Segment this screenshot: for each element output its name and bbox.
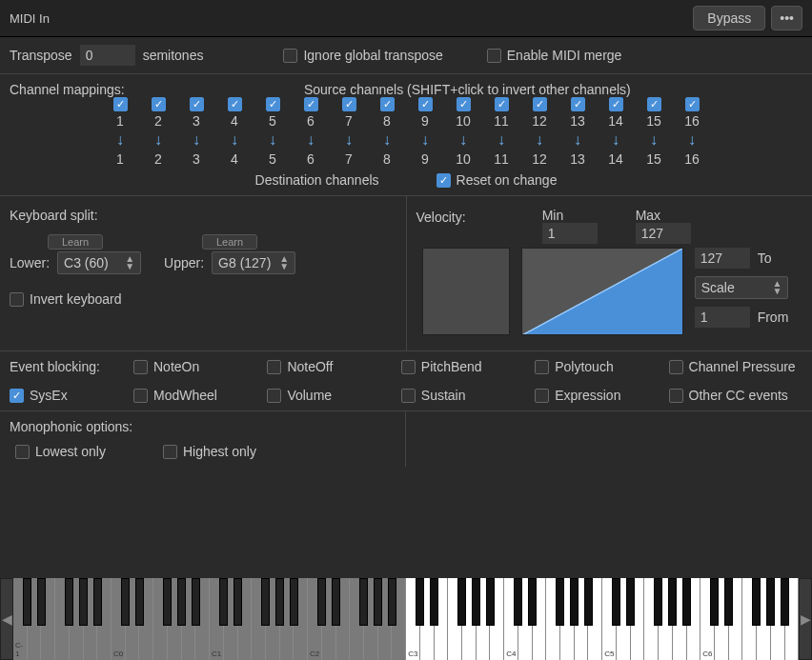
black-key[interactable] [23, 578, 31, 626]
channel-14[interactable]: 14↓14 [597, 97, 635, 167]
channel-3[interactable]: 3↓3 [177, 97, 215, 167]
channel-checkbox[interactable] [228, 97, 242, 111]
black-key[interactable] [626, 578, 635, 626]
black-key[interactable] [556, 578, 564, 626]
channel-checkbox[interactable] [190, 97, 204, 111]
black-key[interactable] [388, 578, 396, 626]
channel-checkbox[interactable] [342, 97, 356, 111]
more-menu-button[interactable]: ••• [771, 6, 802, 30]
lower-note-select[interactable]: C3 (60) ▲▼ [57, 251, 141, 274]
channel-checkbox[interactable] [113, 97, 128, 111]
block-pitchbend-checkbox[interactable]: PitchBend [401, 359, 535, 374]
velocity-curve[interactable] [521, 248, 683, 335]
black-key[interactable] [359, 578, 368, 626]
upper-note-select[interactable]: G8 (127) ▲▼ [212, 251, 295, 274]
black-key[interactable] [163, 578, 172, 626]
channel-15[interactable]: 15↓15 [635, 97, 673, 167]
channel-checkbox[interactable] [152, 97, 166, 111]
block-sustain-checkbox[interactable]: Sustain [401, 388, 535, 403]
channel-checkbox[interactable] [685, 97, 700, 111]
reset-on-change-checkbox[interactable]: Reset on change [436, 172, 558, 188]
block-volume-checkbox[interactable]: Volume [267, 388, 400, 403]
black-key[interactable] [514, 578, 522, 626]
black-key[interactable] [612, 578, 620, 626]
vel-to-input[interactable] [695, 248, 750, 269]
black-key[interactable] [724, 578, 733, 626]
black-key[interactable] [766, 578, 775, 626]
vel-from-input[interactable] [695, 307, 750, 328]
black-key[interactable] [192, 578, 200, 626]
bypass-button[interactable]: Bypass [693, 6, 765, 30]
block-channel-pressure-checkbox[interactable]: Channel Pressure [669, 359, 802, 374]
channel-13[interactable]: 13↓13 [558, 97, 597, 167]
channel-1[interactable]: 1↓1 [101, 97, 139, 167]
black-key[interactable] [472, 578, 480, 626]
keyboard[interactable]: C-1C0C1C2C3C4C5C6 [13, 578, 799, 660]
black-key[interactable] [219, 578, 228, 626]
black-key[interactable] [710, 578, 719, 626]
channel-10[interactable]: 10↓10 [444, 97, 482, 167]
black-key[interactable] [528, 578, 537, 626]
channel-5[interactable]: 5↓5 [254, 97, 292, 167]
transpose-value[interactable] [80, 45, 135, 66]
black-key[interactable] [290, 578, 298, 626]
channel-checkbox[interactable] [571, 97, 585, 111]
black-key[interactable] [682, 578, 691, 626]
channel-7[interactable]: 7↓7 [330, 97, 368, 167]
block-polytouch-checkbox[interactable]: Polytouch [535, 359, 668, 374]
black-key[interactable] [233, 578, 242, 626]
channel-checkbox[interactable] [418, 97, 433, 111]
channel-checkbox[interactable] [533, 97, 547, 111]
black-key[interactable] [752, 578, 761, 626]
black-key[interactable] [374, 578, 382, 626]
keyboard-scroll-right[interactable]: ▶ [799, 578, 812, 660]
vel-max-input[interactable] [636, 223, 691, 244]
channel-9[interactable]: 9↓9 [406, 97, 444, 167]
block-sysex-checkbox[interactable]: SysEx [10, 388, 133, 403]
black-key[interactable] [317, 578, 326, 626]
black-key[interactable] [332, 578, 340, 626]
black-key[interactable] [457, 578, 466, 626]
block-other-cc-events-checkbox[interactable]: Other CC events [669, 388, 802, 403]
channel-12[interactable]: 12↓12 [520, 97, 558, 167]
learn-upper-button[interactable]: Learn [202, 234, 257, 250]
black-key[interactable] [261, 578, 270, 626]
black-key[interactable] [177, 578, 186, 626]
highest-only-checkbox[interactable]: Highest only [163, 444, 256, 459]
block-noteoff-checkbox[interactable]: NoteOff [267, 359, 400, 374]
black-key[interactable] [584, 578, 593, 626]
black-key[interactable] [416, 578, 424, 626]
block-modwheel-checkbox[interactable]: ModWheel [133, 388, 267, 403]
channel-checkbox[interactable] [495, 97, 509, 111]
black-key[interactable] [275, 578, 284, 626]
channel-8[interactable]: 8↓8 [368, 97, 406, 167]
channel-6[interactable]: 6↓6 [292, 97, 330, 167]
channel-checkbox[interactable] [380, 97, 395, 111]
channel-checkbox[interactable] [457, 97, 471, 111]
channel-checkbox[interactable] [647, 97, 661, 111]
channel-11[interactable]: 11↓11 [482, 97, 520, 167]
keyboard-scroll-left[interactable]: ◀ [0, 578, 13, 660]
black-key[interactable] [121, 578, 130, 626]
channel-checkbox[interactable] [609, 97, 623, 111]
black-key[interactable] [486, 578, 495, 626]
lowest-only-checkbox[interactable]: Lowest only [15, 444, 106, 459]
channel-16[interactable]: 16↓16 [673, 97, 711, 167]
black-key[interactable] [135, 578, 144, 626]
black-key[interactable] [430, 578, 438, 626]
block-expression-checkbox[interactable]: Expression [535, 388, 668, 403]
black-key[interactable] [781, 578, 789, 626]
channel-checkbox[interactable] [304, 97, 318, 111]
black-key[interactable] [570, 578, 579, 626]
black-key[interactable] [668, 578, 677, 626]
midi-merge-checkbox[interactable]: Enable MIDI merge [487, 48, 622, 63]
black-key[interactable] [37, 578, 46, 626]
black-key[interactable] [65, 578, 73, 626]
channel-4[interactable]: 4↓4 [215, 97, 254, 167]
channel-2[interactable]: 2↓2 [139, 97, 177, 167]
block-noteon-checkbox[interactable]: NoteOn [133, 359, 267, 374]
learn-lower-button[interactable]: Learn [48, 234, 103, 250]
vel-min-input[interactable] [542, 223, 598, 244]
vel-mode-select[interactable]: Scale ▲▼ [695, 276, 789, 299]
black-key[interactable] [79, 578, 88, 626]
